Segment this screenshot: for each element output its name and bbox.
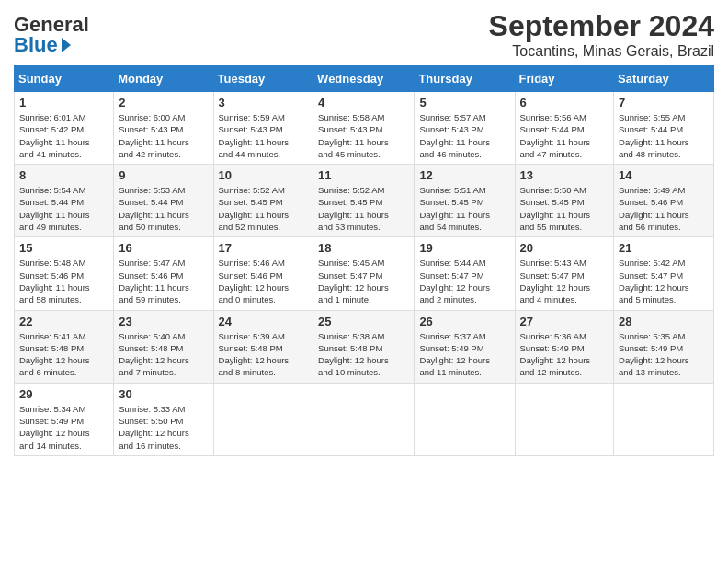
day-info: Sunrise: 5:35 AM Sunset: 5:49 PM Dayligh… (619, 330, 709, 379)
day-number: 19 (419, 241, 509, 255)
col-sunday: Sunday (15, 66, 114, 92)
table-row: 3Sunrise: 5:59 AM Sunset: 5:43 PM Daylig… (213, 92, 313, 165)
day-number: 9 (119, 168, 208, 182)
day-info: Sunrise: 5:56 AM Sunset: 5:44 PM Dayligh… (520, 111, 609, 160)
day-number: 13 (520, 168, 609, 182)
day-number: 6 (520, 96, 609, 109)
day-info: Sunrise: 5:54 AM Sunset: 5:44 PM Dayligh… (19, 184, 108, 233)
table-row: 24Sunrise: 5:39 AM Sunset: 5:48 PM Dayli… (213, 310, 313, 383)
day-number: 20 (520, 241, 609, 255)
logo-blue-text: Blue (14, 35, 58, 55)
day-info: Sunrise: 5:51 AM Sunset: 5:45 PM Dayligh… (419, 184, 509, 233)
day-info: Sunrise: 5:40 AM Sunset: 5:48 PM Dayligh… (119, 330, 208, 379)
table-row: 28Sunrise: 5:35 AM Sunset: 5:49 PM Dayli… (614, 310, 714, 383)
table-row: 8Sunrise: 5:54 AM Sunset: 5:44 PM Daylig… (15, 165, 114, 237)
table-row: 13Sunrise: 5:50 AM Sunset: 5:45 PM Dayli… (515, 165, 614, 237)
day-number: 18 (318, 241, 409, 255)
day-number: 5 (419, 96, 509, 109)
day-info: Sunrise: 5:41 AM Sunset: 5:48 PM Dayligh… (19, 330, 108, 379)
logo: General Blue (14, 15, 89, 55)
location-title: Tocantins, Minas Gerais, Brazil (489, 43, 714, 60)
calendar-week-1: 1Sunrise: 6:01 AM Sunset: 5:42 PM Daylig… (15, 92, 714, 165)
day-number: 14 (619, 168, 709, 182)
col-thursday: Thursday (415, 66, 515, 92)
day-number: 21 (619, 241, 709, 255)
day-number: 4 (318, 96, 409, 109)
table-row: 30Sunrise: 5:33 AM Sunset: 5:50 PM Dayli… (114, 383, 213, 455)
day-info: Sunrise: 6:00 AM Sunset: 5:43 PM Dayligh… (119, 111, 208, 160)
day-info: Sunrise: 5:37 AM Sunset: 5:49 PM Dayligh… (419, 330, 509, 379)
table-row: 6Sunrise: 5:56 AM Sunset: 5:44 PM Daylig… (515, 92, 614, 165)
day-number: 10 (219, 168, 309, 182)
table-row (515, 383, 614, 455)
table-row: 20Sunrise: 5:43 AM Sunset: 5:47 PM Dayli… (515, 237, 614, 310)
col-tuesday: Tuesday (213, 66, 313, 92)
day-number: 30 (119, 387, 208, 401)
table-row: 9Sunrise: 5:53 AM Sunset: 5:44 PM Daylig… (114, 165, 213, 237)
day-number: 28 (619, 315, 709, 328)
header: General Blue September 2024 Tocantins, M… (14, 9, 714, 60)
header-row: Sunday Monday Tuesday Wednesday Thursday… (15, 66, 714, 92)
table-row: 2Sunrise: 6:00 AM Sunset: 5:43 PM Daylig… (114, 92, 213, 165)
day-number: 23 (119, 315, 208, 328)
table-row: 22Sunrise: 5:41 AM Sunset: 5:48 PM Dayli… (15, 310, 114, 383)
table-row (213, 383, 313, 455)
table-row: 5Sunrise: 5:57 AM Sunset: 5:43 PM Daylig… (415, 92, 515, 165)
day-number: 1 (19, 96, 108, 109)
day-number: 8 (19, 168, 108, 182)
col-saturday: Saturday (614, 66, 714, 92)
day-info: Sunrise: 5:48 AM Sunset: 5:46 PM Dayligh… (19, 257, 108, 305)
day-number: 12 (419, 168, 509, 182)
day-info: Sunrise: 5:39 AM Sunset: 5:48 PM Dayligh… (219, 330, 309, 379)
col-wednesday: Wednesday (313, 66, 415, 92)
day-number: 17 (219, 241, 309, 255)
day-number: 3 (219, 96, 309, 109)
calendar-week-2: 8Sunrise: 5:54 AM Sunset: 5:44 PM Daylig… (15, 165, 714, 237)
day-number: 16 (119, 241, 208, 255)
day-info: Sunrise: 5:49 AM Sunset: 5:46 PM Dayligh… (619, 184, 709, 233)
day-info: Sunrise: 5:34 AM Sunset: 5:49 PM Dayligh… (19, 403, 108, 452)
day-number: 15 (19, 241, 108, 255)
col-friday: Friday (515, 66, 614, 92)
calendar-week-4: 22Sunrise: 5:41 AM Sunset: 5:48 PM Dayli… (15, 310, 714, 383)
day-number: 7 (619, 96, 709, 109)
title-area: September 2024 Tocantins, Minas Gerais, … (489, 9, 714, 60)
day-number: 2 (119, 96, 208, 109)
table-row (313, 383, 415, 455)
day-number: 11 (318, 168, 409, 182)
day-info: Sunrise: 5:33 AM Sunset: 5:50 PM Dayligh… (119, 403, 208, 452)
day-info: Sunrise: 5:44 AM Sunset: 5:47 PM Dayligh… (419, 257, 509, 305)
table-row: 29Sunrise: 5:34 AM Sunset: 5:49 PM Dayli… (15, 383, 114, 455)
day-info: Sunrise: 5:53 AM Sunset: 5:44 PM Dayligh… (119, 184, 208, 233)
table-row (614, 383, 714, 455)
day-info: Sunrise: 5:46 AM Sunset: 5:46 PM Dayligh… (219, 257, 309, 305)
day-info: Sunrise: 5:42 AM Sunset: 5:47 PM Dayligh… (619, 257, 709, 305)
day-info: Sunrise: 5:58 AM Sunset: 5:43 PM Dayligh… (318, 111, 409, 160)
day-info: Sunrise: 5:43 AM Sunset: 5:47 PM Dayligh… (520, 257, 609, 305)
day-number: 25 (318, 315, 409, 328)
day-info: Sunrise: 5:59 AM Sunset: 5:43 PM Dayligh… (219, 111, 309, 160)
day-number: 22 (19, 315, 108, 328)
table-row: 23Sunrise: 5:40 AM Sunset: 5:48 PM Dayli… (114, 310, 213, 383)
table-row: 7Sunrise: 5:55 AM Sunset: 5:44 PM Daylig… (614, 92, 714, 165)
day-info: Sunrise: 5:52 AM Sunset: 5:45 PM Dayligh… (219, 184, 309, 233)
table-row: 10Sunrise: 5:52 AM Sunset: 5:45 PM Dayli… (213, 165, 313, 237)
table-row: 15Sunrise: 5:48 AM Sunset: 5:46 PM Dayli… (15, 237, 114, 310)
day-info: Sunrise: 5:36 AM Sunset: 5:49 PM Dayligh… (520, 330, 609, 379)
table-row: 18Sunrise: 5:45 AM Sunset: 5:47 PM Dayli… (313, 237, 415, 310)
table-row: 26Sunrise: 5:37 AM Sunset: 5:49 PM Dayli… (415, 310, 515, 383)
table-row: 11Sunrise: 5:52 AM Sunset: 5:45 PM Dayli… (313, 165, 415, 237)
table-row: 27Sunrise: 5:36 AM Sunset: 5:49 PM Dayli… (515, 310, 614, 383)
day-info: Sunrise: 5:45 AM Sunset: 5:47 PM Dayligh… (318, 257, 409, 305)
day-number: 29 (19, 387, 108, 401)
day-info: Sunrise: 5:50 AM Sunset: 5:45 PM Dayligh… (520, 184, 609, 233)
table-row (415, 383, 515, 455)
table-row: 14Sunrise: 5:49 AM Sunset: 5:46 PM Dayli… (614, 165, 714, 237)
col-monday: Monday (114, 66, 213, 92)
table-row: 16Sunrise: 5:47 AM Sunset: 5:46 PM Dayli… (114, 237, 213, 310)
month-title: September 2024 (489, 9, 714, 43)
day-number: 27 (520, 315, 609, 328)
table-row: 21Sunrise: 5:42 AM Sunset: 5:47 PM Dayli… (614, 237, 714, 310)
day-info: Sunrise: 5:47 AM Sunset: 5:46 PM Dayligh… (119, 257, 208, 305)
day-info: Sunrise: 5:52 AM Sunset: 5:45 PM Dayligh… (318, 184, 409, 233)
